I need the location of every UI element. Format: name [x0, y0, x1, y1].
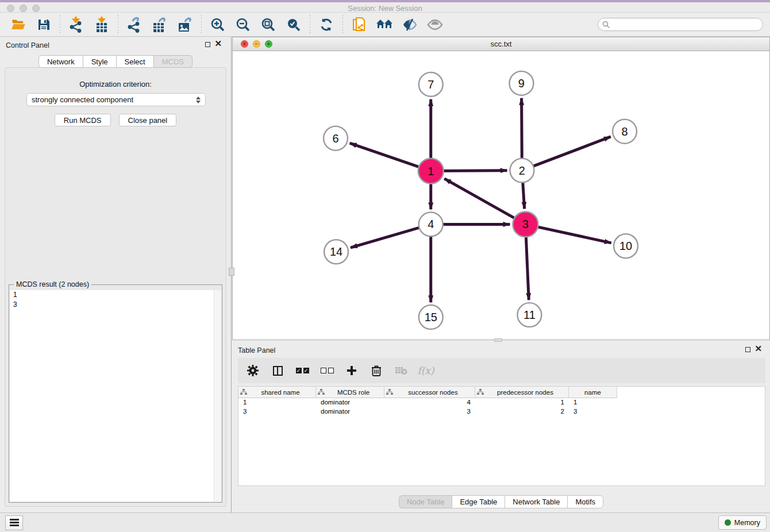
delete-table-icon	[394, 364, 408, 377]
open-session-icon[interactable]	[10, 16, 27, 33]
close-panel-icon[interactable]: ✕	[214, 38, 222, 49]
run-mcds-button[interactable]: Run MCDS	[55, 114, 111, 126]
search-input[interactable]	[610, 20, 763, 30]
node-10[interactable]: 10	[614, 234, 638, 258]
toolbar-separator	[310, 15, 310, 34]
import-table-icon[interactable]	[93, 16, 110, 33]
float-table-panel-icon[interactable]	[745, 347, 750, 352]
tab-edge-table[interactable]: Edge Table	[452, 495, 505, 508]
split-columns-icon[interactable]	[271, 364, 284, 377]
window-title: Session: New Session	[0, 4, 770, 13]
optimization-criterion-select[interactable]: strongly connected component	[26, 93, 206, 106]
tab-network[interactable]: Network	[38, 55, 83, 68]
search-field[interactable]	[598, 18, 763, 31]
node-table[interactable]: shared nameMCDS rolesuccessor nodesprede…	[238, 386, 765, 486]
node-11[interactable]: 11	[517, 303, 541, 327]
column-header-MCDS-role[interactable]: MCDS role	[316, 387, 384, 398]
column-header-shared-name[interactable]: shared name	[238, 387, 316, 398]
birdseye-view-icon[interactable]	[426, 16, 444, 33]
select-all-columns-icon[interactable]: ✓✓	[295, 364, 309, 377]
add-column-icon[interactable]	[345, 364, 359, 377]
table-cell[interactable]: 1	[238, 398, 316, 407]
table-tabs: Node TableEdge TableNetwork TableMotifs	[232, 495, 770, 508]
mcds-result-item: 3	[10, 300, 221, 310]
edge-2-8[interactable]	[522, 137, 610, 171]
svg-text:14: 14	[330, 245, 342, 258]
node-7[interactable]: 7	[419, 72, 443, 97]
svg-text:7: 7	[428, 78, 434, 91]
table-cell[interactable]: dominator	[316, 407, 384, 417]
node-4[interactable]: 4	[419, 212, 443, 236]
network-window-titlebar[interactable]: × − + scc.txt	[233, 37, 769, 51]
tab-select[interactable]: Select	[116, 55, 153, 68]
deselect-all-columns-icon[interactable]	[320, 364, 334, 377]
zoom-selected-icon[interactable]	[285, 16, 302, 33]
network-graph[interactable]: 7968124314101511	[233, 51, 769, 340]
tab-network-table[interactable]: Network Table	[505, 495, 567, 508]
node-15[interactable]: 15	[419, 305, 443, 329]
node-2[interactable]: 2	[510, 159, 534, 183]
save-session-icon[interactable]	[35, 16, 52, 33]
toolbar-separator	[342, 15, 343, 34]
node-9[interactable]: 9	[509, 71, 533, 95]
node-8[interactable]: 8	[613, 119, 637, 144]
task-history-button[interactable]	[5, 515, 23, 530]
table-cell[interactable]: 1	[475, 398, 569, 407]
table-cell[interactable]: dominator	[316, 398, 384, 407]
tab-node-table[interactable]: Node Table	[399, 495, 452, 508]
zoom-fit-icon[interactable]	[260, 16, 277, 33]
zoom-out-icon[interactable]	[234, 16, 252, 33]
mcds-tab-content: Optimization criterion: strongly connect…	[5, 67, 226, 507]
import-network-icon[interactable]	[68, 16, 85, 33]
home-icon[interactable]	[376, 16, 393, 33]
memory-status-icon	[725, 519, 731, 526]
edge-3-1[interactable]	[444, 179, 525, 225]
node-3[interactable]: 3	[513, 211, 538, 237]
graphics-details-icon[interactable]	[401, 16, 418, 33]
memory-button[interactable]: Memory	[718, 515, 767, 530]
table-cell[interactable]: 4	[384, 398, 475, 407]
clone-network-icon[interactable]	[351, 16, 368, 33]
export-network-icon[interactable]	[126, 16, 143, 33]
search-icon	[602, 21, 610, 29]
table-header-row: shared nameMCDS rolesuccessor nodesprede…	[238, 387, 765, 398]
scrollbar[interactable]	[214, 290, 221, 502]
table-row[interactable]: 3dominator323	[238, 407, 765, 417]
export-image-icon[interactable]	[176, 16, 194, 33]
node-14[interactable]: 14	[324, 240, 348, 264]
column-header-successor-nodes[interactable]: successor nodes	[384, 387, 475, 398]
table-cell[interactable]: 1	[569, 398, 617, 407]
table-cell[interactable]: 2	[475, 407, 569, 417]
tab-mcds[interactable]: MCDS	[153, 55, 192, 68]
column-header-predecessor-nodes[interactable]: predecessor nodes	[475, 387, 569, 398]
vertical-splitter-handle[interactable]	[229, 268, 234, 276]
svg-text:15: 15	[425, 311, 437, 323]
export-table-icon[interactable]	[151, 16, 168, 33]
mcds-result-list[interactable]: 13	[10, 290, 221, 502]
tab-motifs[interactable]: Motifs	[567, 495, 603, 508]
float-panel-icon[interactable]	[205, 42, 210, 47]
zoom-in-icon[interactable]	[209, 16, 226, 33]
tab-style[interactable]: Style	[83, 55, 116, 68]
mcds-result-item: 1	[10, 290, 221, 300]
table-cell[interactable]: 3	[569, 407, 617, 417]
table-panel: Table Panel ✕ ✓✓ f(x) shared nameMCDS ro…	[232, 342, 770, 512]
toolbar-separator	[118, 15, 118, 34]
table-cell[interactable]: 3	[384, 407, 475, 417]
node-1[interactable]: 1	[418, 159, 444, 184]
network-canvas[interactable]: 7968124314101511	[233, 51, 769, 340]
horizontal-splitter-handle[interactable]	[494, 338, 502, 342]
table-cell[interactable]: 3	[238, 407, 316, 417]
node-6[interactable]: 6	[324, 126, 348, 151]
svg-text:2: 2	[519, 164, 525, 177]
close-table-panel-icon[interactable]: ✕	[754, 344, 762, 354]
close-panel-button[interactable]: Close panel	[119, 114, 177, 126]
refresh-icon[interactable]	[318, 16, 335, 33]
column-header-name[interactable]: name	[569, 387, 617, 398]
toolbar-separator	[201, 15, 202, 34]
delete-column-icon[interactable]	[369, 364, 383, 377]
table-row[interactable]: 1dominator411	[238, 398, 765, 407]
memory-label: Memory	[734, 519, 760, 527]
chevron-updown-icon	[196, 97, 201, 103]
gear-icon[interactable]	[246, 364, 260, 377]
